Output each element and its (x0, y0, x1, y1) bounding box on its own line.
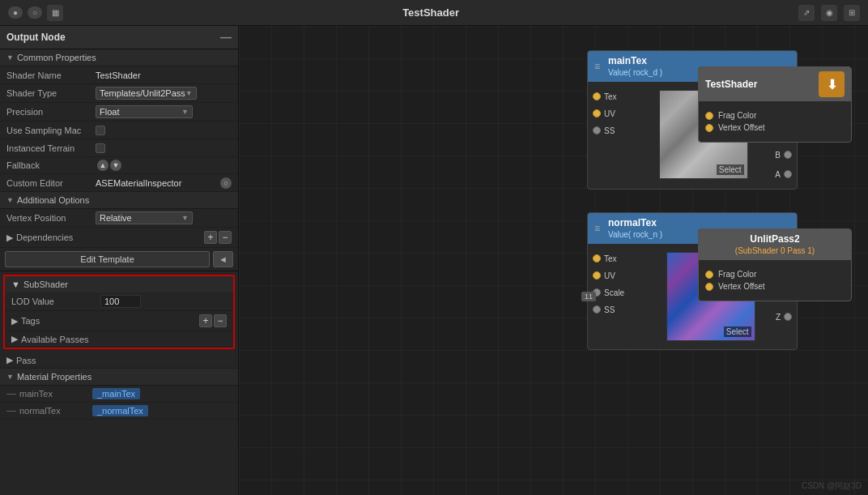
output-node-body: Frag Color Vertex Offset (699, 101, 851, 142)
instanced-terrain-label: Instanced Terrain (6, 143, 96, 153)
tags-row: ▶ Tags + − (5, 311, 233, 331)
additional-options-header[interactable]: ▼ Additional Options (0, 192, 238, 209)
hamburger-icon-1: ≡ (594, 61, 600, 72)
pin-label-tex-1: Tex (604, 92, 617, 101)
output-pin-dot-vertex (705, 124, 713, 132)
tags-controls: + − (199, 314, 227, 327)
unlitpass-subtitle: (SubShader 0 Pass 1) (735, 246, 815, 255)
top-bar: ● ○ ▦ TestShader ⇗ ◉ ⊞ (0, 0, 868, 26)
pin-label-b-1: B (775, 151, 781, 160)
custom-editor-circle-btn[interactable]: ○ (220, 177, 232, 189)
precision-arrow: ▼ (181, 108, 189, 116)
maintex-select-label[interactable]: Select (717, 164, 744, 175)
share-icon[interactable]: ⇗ (798, 5, 815, 21)
download-icon[interactable]: ⬇ (819, 71, 845, 97)
mat-prop-maintex-label: mainTex (19, 389, 92, 399)
normaltex-pin-scale: Scale (593, 285, 657, 300)
tags-label: ▶ Tags (11, 316, 199, 326)
vertex-position-arrow: ▼ (181, 214, 189, 222)
shader-title: TestShader (402, 6, 459, 19)
fallback-down-btn[interactable]: ▼ (110, 160, 121, 171)
subshader-header[interactable]: ▼ SubShader (5, 276, 233, 292)
common-properties-label: Common Properties (17, 53, 96, 62)
mat-prop-maintex: — mainTex _mainTex (0, 386, 238, 403)
common-properties-arrow: ▼ (6, 53, 14, 62)
output-node-header: TestShader ⬇ (699, 67, 851, 101)
edit-template-row: Edit Template ◄ (0, 248, 238, 271)
use-sampling-mac-row: Use Sampling Mac (0, 122, 238, 139)
dependencies-controls: + − (204, 231, 232, 244)
output-pin-vertex-offset: Vertex Offset (705, 123, 845, 132)
fallback-label: Fallback (6, 160, 96, 170)
pin-label-z: Z (776, 313, 781, 322)
fallback-up-btn[interactable]: ▲ (97, 160, 108, 171)
material-properties-arrow: ▼ (6, 373, 14, 381)
normaltex-pin-tex: Tex (593, 251, 657, 266)
unlitpass-pin-vertex-label: Vertex Offset (718, 282, 765, 291)
pin-dot-b-1 (784, 151, 792, 159)
normaltex-pin-ss: SS (593, 302, 657, 317)
dependencies-minus-btn[interactable]: − (219, 231, 232, 244)
edit-template-tri-btn[interactable]: ◄ (213, 251, 233, 267)
pin-label-ss-2: SS (604, 305, 615, 314)
use-sampling-mac-checkbox[interactable] (96, 126, 105, 135)
tags-minus-btn[interactable]: − (214, 314, 227, 327)
toggle-pill-2[interactable]: ○ (28, 6, 42, 19)
available-passes-row[interactable]: ▶ Available Passes (5, 331, 233, 348)
canvas-area[interactable]: ≡ mainTex Value( rock_d ) Tex UV (239, 26, 868, 495)
pin-dot-tex-1 (593, 92, 601, 100)
tags-arrow: ▶ (11, 316, 18, 326)
dependencies-plus-btn[interactable]: + (204, 231, 217, 244)
export-icon[interactable]: ⊞ (844, 5, 860, 21)
dependencies-arrow: ▶ (6, 233, 13, 243)
panel-title-label: Output Node (6, 32, 66, 43)
shader-type-value: Templates/Unlit2Pass (100, 88, 185, 98)
lod-value-input[interactable] (100, 295, 141, 308)
additional-options-label: Additional Options (17, 195, 89, 205)
top-bar-left: ● ○ ▦ (8, 5, 63, 21)
pin-dot-z (784, 313, 792, 321)
unlitpass-pin-dot-frag (705, 271, 713, 279)
common-properties-header[interactable]: ▼ Common Properties (0, 49, 238, 66)
instanced-terrain-checkbox[interactable] (96, 143, 105, 153)
pin-label-uv-2: UV (604, 271, 615, 280)
vertex-position-dropdown[interactable]: Relative ▼ (96, 211, 193, 224)
normaltex-select-label[interactable]: Select (724, 326, 751, 337)
edit-template-button[interactable]: Edit Template (5, 251, 210, 267)
mat-prop-maintex-value: _mainTex (92, 388, 140, 399)
output-node: TestShader ⬇ Frag Color Vertex Offset (698, 66, 852, 143)
maintex-pin-tex: Tex (593, 89, 649, 104)
pass-row[interactable]: ▶ Pass (0, 352, 238, 369)
maintex-node-title: mainTex (608, 55, 647, 66)
precision-dropdown[interactable]: Float ▼ (96, 105, 193, 118)
vertex-position-row: Vertex Position Relative ▼ (0, 209, 238, 228)
shader-name-value: TestShader (96, 70, 232, 80)
pass-label: Pass (16, 356, 36, 365)
normaltex-pin-z: Z (776, 309, 792, 324)
hamburger-icon-2: ≡ (594, 223, 600, 234)
maintex-pin-a: A (775, 167, 792, 181)
shader-type-dropdown[interactable]: Templates/Unlit2Pass ▼ (96, 87, 197, 100)
maintex-pins-left: Tex UV SS (588, 87, 654, 184)
unlitpass-body: Frag Color Vertex Offset (699, 260, 851, 301)
grid-icon[interactable]: ▦ (47, 5, 63, 21)
custom-editor-row: Custom Editor ASEMaterialInspector ○ (0, 174, 238, 192)
material-properties-label: Material Properties (17, 372, 91, 382)
pin-dot-uv-2 (593, 271, 601, 280)
maintex-pin-ss: SS (593, 123, 649, 138)
output-pin-frag-label: Frag Color (718, 111, 756, 120)
shader-type-row: Shader Type Templates/Unlit2Pass ▼ (0, 84, 238, 103)
camera-icon[interactable]: ◉ (821, 5, 837, 21)
maintex-pin-uv: UV (593, 106, 649, 121)
material-properties-header[interactable]: ▼ Material Properties (0, 369, 238, 386)
tags-plus-btn[interactable]: + (199, 314, 212, 327)
unlitpass-node: UnlitPass2 (SubShader 0 Pass 1) Frag Col… (698, 228, 852, 301)
instanced-terrain-row: Instanced Terrain (0, 139, 238, 157)
maintex-node-subtitle: Value( rock_d ) (608, 68, 662, 77)
dependencies-text: Dependencies (16, 233, 73, 242)
additional-options-arrow: ▼ (6, 196, 14, 204)
mat-prop-dash-2: — (6, 405, 16, 416)
mat-prop-dash-1: — (6, 388, 16, 399)
toggle-pill-1[interactable]: ● (8, 6, 23, 19)
panel-close-button[interactable]: — (220, 31, 232, 44)
